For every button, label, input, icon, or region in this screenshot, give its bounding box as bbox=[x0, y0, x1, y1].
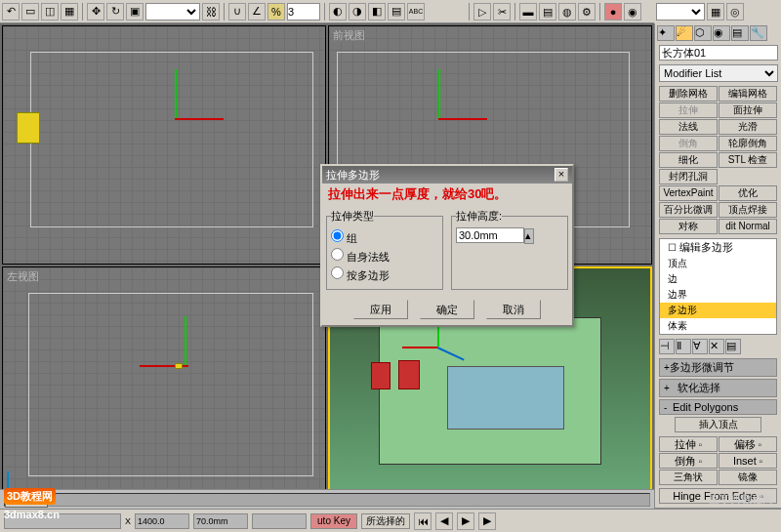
btn-edit-normal[interactable]: dit Normal bbox=[719, 219, 777, 234]
tool-select-icon[interactable]: ▭ bbox=[21, 3, 39, 20]
tool-snap-toggle-icon[interactable]: ∪ bbox=[228, 3, 246, 20]
coord-y[interactable] bbox=[193, 513, 248, 529]
tool-render-setup-icon[interactable]: ⚙ bbox=[578, 3, 596, 20]
tool-render-icon[interactable]: ● bbox=[604, 3, 622, 20]
tool-angle-snap-icon[interactable]: ∠ bbox=[248, 3, 266, 20]
stack-pin-icon[interactable]: ⊣ bbox=[659, 339, 675, 354]
tool-abc-icon[interactable]: ABC bbox=[407, 3, 425, 20]
btn-poly-tri[interactable]: 三角状 bbox=[659, 470, 718, 485]
stack-remove-icon[interactable]: ✕ bbox=[709, 339, 724, 354]
tool-schematic-icon[interactable]: ▬ bbox=[519, 3, 537, 20]
btn-refine[interactable]: 细化 bbox=[659, 152, 718, 168]
radio-local-normal[interactable]: 自身法线 bbox=[331, 248, 438, 265]
radio-group[interactable]: 组 bbox=[331, 229, 438, 246]
coord-z[interactable] bbox=[252, 513, 307, 529]
view-dropdown-right[interactable]: 视图 bbox=[656, 3, 705, 20]
tool-quick-render-icon[interactable]: ◉ bbox=[624, 3, 641, 20]
stack-root[interactable]: ☐ 编辑多边形 bbox=[660, 239, 776, 256]
viewport-top[interactable] bbox=[2, 25, 326, 265]
selected-button[interactable]: 所选择的 bbox=[361, 513, 410, 529]
dialog-ok-button[interactable]: 确定 bbox=[420, 300, 474, 319]
timeline-track[interactable]: 0 / 100 bbox=[4, 493, 650, 507]
stack-show-icon[interactable]: Ⅱ bbox=[676, 339, 691, 354]
dialog-cancel-button[interactable]: 取消 bbox=[486, 300, 541, 319]
rollout-edit-polygons[interactable]: - Edit Polygons bbox=[659, 399, 777, 415]
dialog-titlebar[interactable]: 拉伸多边形 × bbox=[322, 166, 572, 184]
play-next-icon[interactable]: ▶ bbox=[478, 512, 496, 530]
stack-vertex[interactable]: 顶点 bbox=[660, 256, 776, 271]
modifier-buttons: 删除网格 编辑网格 拉伸 面拉伸 法线 光滑 倒角 轮廓倒角 细化 STL 检查… bbox=[655, 84, 781, 236]
stack-element[interactable]: 体素 bbox=[660, 318, 776, 334]
btn-poly-extrude[interactable]: 拉伸 ▫ bbox=[659, 436, 718, 452]
btn-poly-inset[interactable]: Inset ▫ bbox=[719, 453, 777, 469]
dialog-apply-button[interactable]: 应用 bbox=[353, 300, 408, 319]
play-prev-icon[interactable]: ◀ bbox=[435, 512, 453, 530]
auto-key-button[interactable]: uto Key bbox=[310, 513, 357, 529]
btn-vertex-weld[interactable]: 顶点焊接 bbox=[719, 202, 777, 218]
tool-align-icon[interactable]: ◧ bbox=[368, 3, 386, 20]
btn-poly-mirror[interactable]: 镜像 bbox=[719, 470, 777, 485]
tool-layers-icon[interactable]: ▤ bbox=[539, 3, 556, 20]
btn-cap-holes[interactable]: 封闭孔洞 bbox=[659, 169, 718, 184]
angle-snap-input[interactable] bbox=[287, 3, 320, 20]
btn-stl-check[interactable]: STL 检查 bbox=[719, 152, 777, 168]
dialog-close-button[interactable]: × bbox=[555, 168, 568, 182]
tool-cut-icon[interactable]: ✂ bbox=[493, 3, 511, 20]
tool-percent-snap-icon[interactable]: % bbox=[267, 3, 285, 20]
tool-array-icon[interactable]: ▤ bbox=[388, 3, 405, 20]
stack-border[interactable]: 边界 bbox=[660, 287, 776, 303]
timeline[interactable]: 0 / 100 bbox=[0, 489, 654, 509]
view-dropdown-left[interactable]: 视图 bbox=[145, 3, 200, 20]
tab-modify-icon[interactable]: ☄ bbox=[676, 25, 693, 41]
spinner-icon[interactable]: ▴ bbox=[524, 228, 534, 244]
tool-help-icon[interactable]: ◎ bbox=[726, 3, 744, 20]
extrude-height-input[interactable] bbox=[456, 227, 524, 243]
tool-link-icon[interactable]: ⛓ bbox=[202, 3, 220, 20]
btn-symmetry[interactable]: 对称 bbox=[659, 219, 718, 234]
tab-hierarchy-icon[interactable]: ⬡ bbox=[694, 25, 712, 41]
btn-smooth[interactable]: 光滑 bbox=[719, 119, 777, 135]
tool-scale-icon[interactable]: ▣ bbox=[126, 3, 144, 20]
stack-unique-icon[interactable]: ∀ bbox=[692, 339, 708, 354]
btn-percent[interactable]: 百分比微调 bbox=[659, 202, 718, 218]
btn-edit-mesh[interactable]: 编辑网格 bbox=[719, 86, 777, 102]
tab-utilities-icon[interactable]: 🔧 bbox=[750, 25, 767, 41]
viewport-left[interactable]: 左视图 bbox=[2, 266, 326, 506]
stack-config-icon[interactable]: ▤ bbox=[725, 339, 741, 354]
stack-edge[interactable]: 边 bbox=[660, 271, 776, 287]
tool-play-icon[interactable]: ▷ bbox=[473, 3, 491, 20]
btn-optimize[interactable]: 优化 bbox=[719, 185, 777, 201]
stack-polygon[interactable]: 多边形 bbox=[660, 303, 776, 318]
tool-window-icon[interactable]: ▦ bbox=[61, 3, 78, 20]
coord-x[interactable] bbox=[135, 513, 189, 529]
tab-create-icon[interactable]: ✦ bbox=[657, 25, 675, 41]
rollout-truncated[interactable]: + 多边形微调节 bbox=[659, 358, 777, 377]
tool-select-region-icon[interactable]: ◫ bbox=[41, 3, 59, 20]
tool-material-icon[interactable]: ◍ bbox=[558, 3, 576, 20]
btn-delete-mesh[interactable]: 删除网格 bbox=[659, 86, 718, 102]
tool-grid-icon[interactable]: ▦ bbox=[707, 3, 724, 20]
object-name-input[interactable] bbox=[659, 45, 778, 61]
play-start-icon[interactable]: ⏮ bbox=[414, 512, 432, 530]
modifier-list-dropdown[interactable]: Modifier List bbox=[659, 64, 778, 82]
tab-display-icon[interactable]: ▤ bbox=[731, 25, 749, 41]
btn-face-extrude[interactable]: 面拉伸 bbox=[719, 102, 777, 118]
tool-named-sel-icon[interactable]: ◐ bbox=[329, 3, 347, 20]
tool-mirror-icon[interactable]: ◑ bbox=[349, 3, 366, 20]
tab-motion-icon[interactable]: ◉ bbox=[713, 25, 730, 41]
btn-chamfer[interactable]: 倒角 bbox=[659, 136, 718, 151]
btn-insert-vertex[interactable]: 插入顶点 bbox=[675, 417, 761, 432]
tool-rotate-icon[interactable]: ↻ bbox=[106, 3, 124, 20]
btn-normal[interactable]: 法线 bbox=[659, 119, 718, 135]
btn-extrude[interactable]: 拉伸 bbox=[659, 102, 718, 118]
tool-undo-icon[interactable]: ↶ bbox=[2, 3, 20, 20]
play-icon[interactable]: ▶ bbox=[457, 512, 474, 530]
btn-vertex-paint[interactable]: VertexPaint bbox=[659, 185, 718, 201]
radio-by-polygon[interactable]: 按多边形 bbox=[331, 266, 438, 283]
btn-outline[interactable]: 轮廓倒角 bbox=[719, 136, 777, 151]
tool-move-icon[interactable]: ✥ bbox=[87, 3, 104, 20]
modifier-stack[interactable]: ☐ 编辑多边形 顶点 边 边界 多边形 体素 bbox=[659, 238, 777, 335]
btn-poly-chamfer[interactable]: 倒角 ▫ bbox=[659, 453, 718, 469]
btn-poly-bevel[interactable]: 偏移 ▫ bbox=[719, 436, 777, 452]
rollout-soft-select[interactable]: + 软化选择 bbox=[659, 379, 777, 397]
